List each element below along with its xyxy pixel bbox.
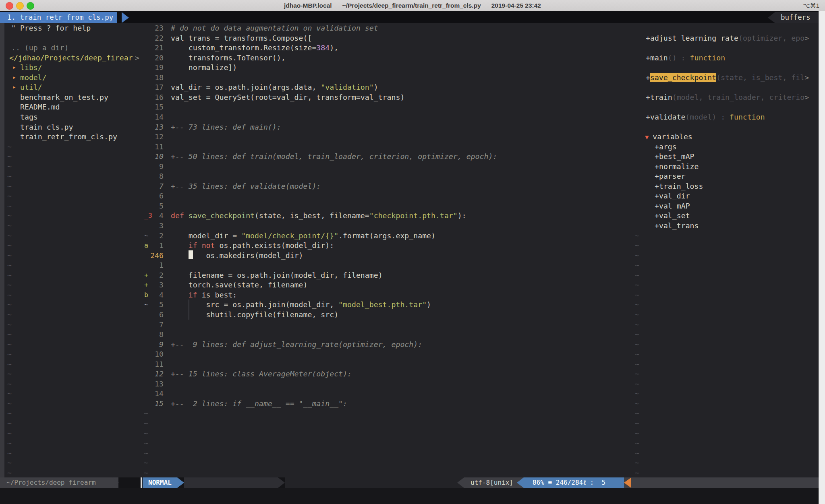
code-line-19[interactable]: 19 normalize]) — [0, 62, 630, 72]
code-line-5[interactable]: ~5 src = os.path.join(model_dir, "model_… — [0, 300, 630, 310]
tag-variable-train_loss[interactable]: +train_loss — [655, 181, 703, 191]
empty-line-tilde: ~ — [635, 260, 639, 270]
window-title: jdhao-MBP.local ~/Projects/deep_firearm/… — [0, 0, 825, 11]
empty-line-tilde: ~ — [144, 448, 148, 458]
empty-line-tilde: ~ — [635, 408, 639, 418]
empty-line-tilde: ~ — [635, 359, 639, 369]
file-segment: train_retr_from_cls.py python — [285, 477, 464, 488]
empty-line-tilde: ~ — [7, 458, 12, 468]
code-line-5[interactable]: 5 — [0, 201, 630, 211]
code-line-14[interactable]: 14 — [0, 388, 630, 399]
title-path: ~/Projects/deep_firearm/train_retr_from_… — [342, 2, 481, 9]
tag-variable-val_set[interactable]: +val_set — [655, 211, 690, 221]
folded-region-line-15[interactable]: 15+-- 2 lines: if __name__ == "__main__"… — [0, 399, 630, 409]
tag-variable-val_mAP[interactable]: +val_mAP — [655, 201, 690, 211]
mode-indicator: NORMAL — [143, 477, 177, 488]
empty-line-tilde: ~ — [635, 231, 639, 241]
empty-line-tilde: ~ — [635, 458, 639, 468]
code-line-18[interactable]: 18 — [0, 72, 630, 83]
statusline: ~/Projects/deep_firearm NORMAL +8 ~3 -3 … — [0, 477, 825, 488]
orange-arrow-indicator — [624, 477, 631, 488]
indent-guide — [189, 300, 189, 310]
tag-variable-args[interactable]: +args — [655, 142, 677, 152]
statusline-nerdtree-dir: ~/Projects/deep_firearm — [0, 477, 118, 488]
code-line-8[interactable]: 8 — [0, 329, 630, 339]
folded-region-line-7[interactable]: 7+-- 35 lines: def validate(model): — [0, 181, 630, 191]
macos-titlebar: jdhao-MBP.local ~/Projects/deep_firearm/… — [0, 0, 825, 12]
tag-function-main[interactable]: +main() : function — [646, 53, 725, 63]
code-line-2[interactable]: ~2 model_dir = "model/check_point/{}".fo… — [0, 231, 630, 241]
folded-region-line-10[interactable]: 10+-- 50 lines: def train(model, train_l… — [0, 151, 630, 161]
tab-arrow-separator — [122, 12, 129, 23]
folded-region-line-9[interactable]: 9+-- 9 lines: def adjust_learning_rate(o… — [0, 339, 630, 349]
tag-variable-parser[interactable]: +parser — [655, 171, 686, 181]
code-line-13[interactable]: 13 — [0, 379, 630, 389]
title-datetime: 2019-04-25 23:42 — [491, 2, 541, 9]
cursor — [189, 250, 193, 259]
tag-function-validate[interactable]: +validate(model) : function — [646, 112, 765, 122]
code-line-1[interactable]: 1 — [0, 260, 630, 270]
code-line-6[interactable]: 6 — [0, 191, 630, 201]
code-line-14[interactable]: 14 — [0, 112, 630, 122]
tag-variable-val_dir[interactable]: +val_dir — [655, 191, 690, 201]
code-line-11[interactable]: 11 — [0, 359, 630, 369]
empty-line-tilde: ~ — [635, 240, 639, 250]
code-line-4[interactable]: b4 if is_best: — [0, 290, 630, 300]
empty-line-tilde: ~ — [635, 280, 639, 290]
buffers-label[interactable]: buffers — [775, 12, 824, 23]
code-line-17[interactable]: 17val_dir = os.path.join(args.data, "val… — [0, 82, 630, 92]
code-line-4[interactable]: _34def save_checkpoint(state, is_best, f… — [0, 211, 630, 221]
empty-line-tilde: ~ — [635, 300, 639, 310]
code-line-3[interactable]: 3 — [0, 221, 630, 231]
empty-line-tilde: ~ — [635, 349, 639, 359]
tagbar-section-variables[interactable]: ▼ variables — [645, 132, 825, 142]
empty-line-tilde: ~ — [635, 270, 639, 280]
empty-line-tilde: ~ — [7, 408, 12, 418]
code-line-21[interactable]: 21 custom_transform.Resize(size=384), — [0, 43, 630, 53]
empty-line-tilde: ~ — [635, 320, 639, 330]
code-line-16[interactable]: 16val_set = QuerySet(root=val_dir, trans… — [0, 92, 630, 102]
powerline-arrow-left — [457, 477, 464, 488]
empty-line-tilde: ~ — [635, 379, 639, 389]
empty-line-tilde: ~ — [144, 408, 148, 418]
tag-variable-best_mAP[interactable]: +best_mAP — [655, 151, 694, 161]
empty-line-tilde: ~ — [635, 250, 639, 260]
empty-line-tilde: ~ — [635, 329, 639, 339]
tag-variable-normalize[interactable]: +normalize — [655, 161, 699, 171]
tag-function-train[interactable]: +train(model, train_loader, criterio> — [646, 92, 809, 102]
code-line-22[interactable]: 22val_trans = transforms.Compose([ — [0, 33, 630, 43]
empty-line-tilde: ~ — [7, 468, 12, 478]
code-line-1[interactable]: a1 if not os.path.exists(model_dir): — [0, 240, 630, 250]
code-line-11[interactable]: 11 — [0, 142, 630, 152]
cursor-position-indicator: 86% ≡ 246/284ℓ : 5 — [524, 477, 633, 488]
folded-region-line-13[interactable]: 13+-- 73 lines: def main(): — [0, 122, 630, 132]
code-line-2[interactable]: +2 filename = os.path.join(model_dir, fi… — [0, 270, 630, 280]
code-line-3[interactable]: +3 torch.save(state, filename) — [0, 280, 630, 290]
empty-line-tilde: ~ — [144, 468, 148, 478]
folded-region-line-12[interactable]: 12+-- 15 lines: class AverageMeter(objec… — [0, 369, 630, 379]
empty-line-tilde: ~ — [635, 399, 639, 409]
empty-line-tilde: ~ — [144, 438, 148, 448]
code-line-8[interactable]: 8 — [0, 171, 630, 181]
macos-scrollbar[interactable] — [819, 11, 825, 504]
code-line-12[interactable]: 12 — [0, 132, 630, 142]
empty-line-tilde: ~ — [7, 438, 12, 448]
code-line-246[interactable]: 246 os.makedirs(model_dir) — [0, 250, 630, 260]
tab-train-retr-from-cls[interactable]: 1. train_retr_from_cls.py — [0, 12, 117, 23]
terminal-window: jdhao-MBP.local ~/Projects/deep_firearm/… — [0, 0, 825, 504]
code-line-6[interactable]: 6 shutil.copyfile(filename, src) — [0, 310, 630, 320]
tag-function-save_checkpoint[interactable]: +save_checkpoint(state, is_best, fil> — [646, 72, 809, 83]
tag-variable-val_trans[interactable]: +val_trans — [655, 221, 699, 231]
code-line-23[interactable]: 23# do not do data augmentation on valid… — [0, 23, 630, 33]
git-segment: +8 ~3 -3 ⎇ master⚡ — [184, 477, 278, 488]
code-line-7[interactable]: 7 — [0, 320, 630, 330]
code-line-9[interactable]: 9 — [0, 161, 630, 171]
code-line-20[interactable]: 20 transforms.ToTensor(), — [0, 53, 630, 63]
tag-function-adjust_learning_rate[interactable]: +adjust_learning_rate(optimizer, epo> — [646, 33, 809, 43]
indent-guide — [189, 310, 189, 320]
empty-line-tilde: ~ — [7, 448, 12, 458]
empty-line-tilde: ~ — [635, 369, 639, 379]
code-line-10[interactable]: 10 — [0, 349, 630, 359]
editor-area: " Press ? for help.. (up a dir)</jdhao/P… — [0, 23, 825, 477]
code-line-15[interactable]: 15 — [0, 102, 630, 112]
